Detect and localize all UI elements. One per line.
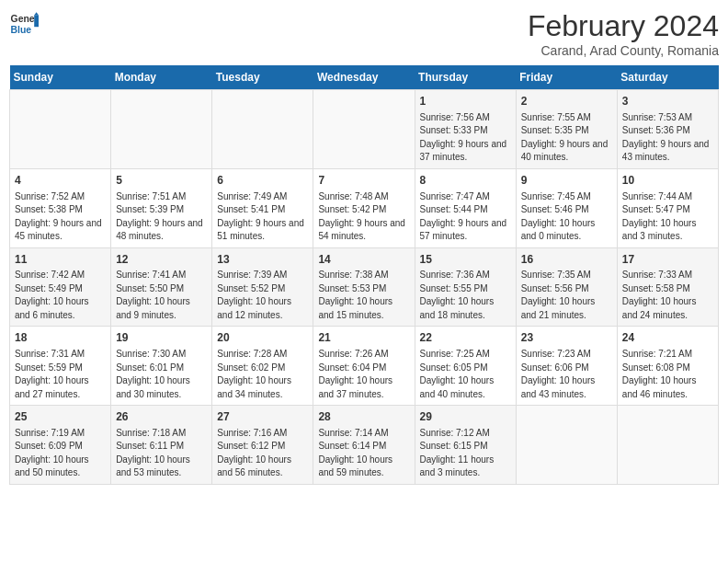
col-monday: Monday bbox=[111, 65, 212, 90]
day-cell: 2Sunrise: 7:55 AMSunset: 5:35 PMDaylight… bbox=[516, 90, 617, 169]
day-cell: 23Sunrise: 7:23 AMSunset: 6:06 PMDayligh… bbox=[516, 327, 617, 406]
calendar-title: February 2024 bbox=[528, 9, 719, 43]
sunrise-text: Sunrise: 7:33 AM bbox=[622, 269, 713, 282]
day-number: 24 bbox=[622, 330, 713, 346]
day-cell: 10Sunrise: 7:44 AMSunset: 5:47 PMDayligh… bbox=[617, 168, 718, 247]
day-detail: Sunrise: 7:18 AMSunset: 6:11 PMDaylight:… bbox=[116, 427, 207, 480]
sunset-text: Sunset: 5:56 PM bbox=[521, 282, 612, 296]
sunrise-text: Sunrise: 7:41 AM bbox=[116, 269, 207, 282]
day-detail: Sunrise: 7:30 AMSunset: 6:01 PMDaylight:… bbox=[116, 348, 207, 401]
sunrise-text: Sunrise: 7:28 AM bbox=[217, 348, 308, 362]
sunset-text: Sunset: 6:09 PM bbox=[15, 440, 106, 454]
day-number: 4 bbox=[15, 173, 106, 189]
daylight-text: Daylight: 10 hours and 59 minutes. bbox=[318, 454, 409, 480]
sunset-text: Sunset: 6:11 PM bbox=[116, 440, 207, 454]
day-number: 15 bbox=[420, 252, 511, 268]
day-cell bbox=[212, 90, 313, 169]
sunrise-text: Sunrise: 7:12 AM bbox=[420, 427, 511, 441]
day-detail: Sunrise: 7:16 AMSunset: 6:12 PMDaylight:… bbox=[217, 427, 308, 480]
daylight-text: Daylight: 10 hours and 6 minutes. bbox=[15, 295, 106, 322]
col-friday: Friday bbox=[516, 65, 617, 90]
sunrise-text: Sunrise: 7:26 AM bbox=[318, 348, 409, 362]
daylight-text: Daylight: 10 hours and 12 minutes. bbox=[217, 295, 308, 322]
calendar-table: Sunday Monday Tuesday Wednesday Thursday… bbox=[9, 65, 719, 485]
sunset-text: Sunset: 5:50 PM bbox=[116, 282, 207, 296]
day-number: 26 bbox=[116, 409, 207, 425]
day-number: 20 bbox=[217, 330, 308, 346]
day-detail: Sunrise: 7:12 AMSunset: 6:15 PMDaylight:… bbox=[420, 427, 511, 480]
day-cell: 14Sunrise: 7:38 AMSunset: 5:53 PMDayligh… bbox=[313, 247, 415, 327]
sunrise-text: Sunrise: 7:52 AM bbox=[15, 190, 106, 204]
day-detail: Sunrise: 7:21 AMSunset: 6:08 PMDaylight:… bbox=[622, 348, 713, 401]
day-detail: Sunrise: 7:25 AMSunset: 6:05 PMDaylight:… bbox=[420, 348, 511, 401]
day-detail: Sunrise: 7:41 AMSunset: 5:50 PMDaylight:… bbox=[116, 269, 207, 322]
day-cell: 20Sunrise: 7:28 AMSunset: 6:02 PMDayligh… bbox=[212, 327, 313, 406]
daylight-text: Daylight: 10 hours and 40 minutes. bbox=[420, 374, 511, 401]
sunset-text: Sunset: 6:14 PM bbox=[318, 440, 409, 454]
svg-text:Blue: Blue bbox=[11, 25, 32, 35]
day-cell: 15Sunrise: 7:36 AMSunset: 5:55 PMDayligh… bbox=[415, 247, 516, 327]
page-header: General Blue February 2024 Carand, Arad … bbox=[9, 9, 719, 58]
daylight-text: Daylight: 9 hours and 45 minutes. bbox=[15, 217, 106, 244]
sunset-text: Sunset: 6:01 PM bbox=[116, 362, 207, 375]
day-number: 7 bbox=[318, 173, 409, 189]
sunset-text: Sunset: 5:59 PM bbox=[15, 362, 106, 375]
day-detail: Sunrise: 7:39 AMSunset: 5:52 PMDaylight:… bbox=[217, 269, 308, 322]
sunset-text: Sunset: 5:35 PM bbox=[521, 124, 612, 138]
day-cell bbox=[516, 406, 617, 485]
header-row: Sunday Monday Tuesday Wednesday Thursday… bbox=[10, 65, 719, 90]
calendar-subtitle: Carand, Arad County, Romania bbox=[528, 43, 719, 58]
sunset-text: Sunset: 5:33 PM bbox=[420, 124, 511, 138]
day-cell: 13Sunrise: 7:39 AMSunset: 5:52 PMDayligh… bbox=[212, 247, 313, 327]
day-number: 23 bbox=[521, 330, 612, 346]
sunrise-text: Sunrise: 7:23 AM bbox=[521, 348, 612, 362]
day-number: 12 bbox=[116, 252, 207, 268]
day-cell: 29Sunrise: 7:12 AMSunset: 6:15 PMDayligh… bbox=[415, 406, 516, 485]
sunset-text: Sunset: 6:02 PM bbox=[217, 362, 308, 375]
day-cell: 3Sunrise: 7:53 AMSunset: 5:36 PMDaylight… bbox=[617, 90, 718, 169]
day-detail: Sunrise: 7:38 AMSunset: 5:53 PMDaylight:… bbox=[318, 269, 409, 322]
daylight-text: Daylight: 10 hours and 30 minutes. bbox=[116, 374, 207, 401]
daylight-text: Daylight: 9 hours and 43 minutes. bbox=[622, 138, 713, 165]
day-cell: 11Sunrise: 7:42 AMSunset: 5:49 PMDayligh… bbox=[10, 247, 111, 327]
day-cell: 18Sunrise: 7:31 AMSunset: 5:59 PMDayligh… bbox=[10, 327, 111, 406]
week-row-2: 4Sunrise: 7:52 AMSunset: 5:38 PMDaylight… bbox=[10, 168, 719, 247]
daylight-text: Daylight: 10 hours and 56 minutes. bbox=[217, 454, 308, 480]
day-detail: Sunrise: 7:26 AMSunset: 6:04 PMDaylight:… bbox=[318, 348, 409, 401]
day-cell: 28Sunrise: 7:14 AMSunset: 6:14 PMDayligh… bbox=[313, 406, 415, 485]
day-detail: Sunrise: 7:56 AMSunset: 5:33 PMDaylight:… bbox=[420, 111, 511, 165]
daylight-text: Daylight: 9 hours and 54 minutes. bbox=[318, 217, 409, 244]
sunset-text: Sunset: 6:06 PM bbox=[521, 362, 612, 375]
day-cell: 8Sunrise: 7:47 AMSunset: 5:44 PMDaylight… bbox=[415, 168, 516, 247]
daylight-text: Daylight: 9 hours and 57 minutes. bbox=[420, 217, 511, 244]
day-detail: Sunrise: 7:49 AMSunset: 5:41 PMDaylight:… bbox=[217, 190, 308, 244]
daylight-text: Daylight: 9 hours and 40 minutes. bbox=[521, 138, 612, 165]
day-cell bbox=[10, 90, 111, 169]
col-tuesday: Tuesday bbox=[212, 65, 313, 90]
day-detail: Sunrise: 7:28 AMSunset: 6:02 PMDaylight:… bbox=[217, 348, 308, 401]
sunset-text: Sunset: 5:39 PM bbox=[116, 203, 207, 217]
day-cell bbox=[313, 90, 415, 169]
col-sunday: Sunday bbox=[10, 65, 111, 90]
sunset-text: Sunset: 5:42 PM bbox=[318, 203, 409, 217]
logo-icon: General Blue bbox=[9, 9, 39, 39]
logo: General Blue bbox=[9, 9, 39, 39]
day-cell: 9Sunrise: 7:45 AMSunset: 5:46 PMDaylight… bbox=[516, 168, 617, 247]
day-detail: Sunrise: 7:55 AMSunset: 5:35 PMDaylight:… bbox=[521, 111, 612, 165]
daylight-text: Daylight: 11 hours and 3 minutes. bbox=[420, 454, 511, 480]
sunrise-text: Sunrise: 7:39 AM bbox=[217, 269, 308, 282]
sunrise-text: Sunrise: 7:21 AM bbox=[622, 348, 713, 362]
sunrise-text: Sunrise: 7:38 AM bbox=[318, 269, 409, 282]
day-number: 27 bbox=[217, 409, 308, 425]
day-cell: 21Sunrise: 7:26 AMSunset: 6:04 PMDayligh… bbox=[313, 327, 415, 406]
daylight-text: Daylight: 10 hours and 15 minutes. bbox=[318, 295, 409, 322]
day-detail: Sunrise: 7:53 AMSunset: 5:36 PMDaylight:… bbox=[622, 111, 713, 165]
sunset-text: Sunset: 5:38 PM bbox=[15, 203, 106, 217]
day-number: 3 bbox=[622, 94, 713, 109]
sunrise-text: Sunrise: 7:36 AM bbox=[420, 269, 511, 282]
daylight-text: Daylight: 9 hours and 37 minutes. bbox=[420, 138, 511, 165]
sunrise-text: Sunrise: 7:49 AM bbox=[217, 190, 308, 204]
sunset-text: Sunset: 6:12 PM bbox=[217, 440, 308, 454]
daylight-text: Daylight: 9 hours and 51 minutes. bbox=[217, 217, 308, 244]
day-number: 22 bbox=[420, 330, 511, 346]
